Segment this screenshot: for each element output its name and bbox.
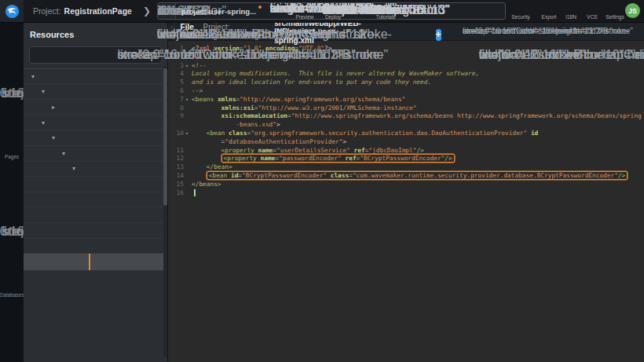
topbar-action-label: Tutorials xyxy=(376,14,396,20)
tree-item-file[interactable]: ox="0 0 16 16" width="11" height="11" fi… xyxy=(24,177,167,192)
line-content: </beans> xyxy=(190,181,221,189)
topbar-action-label: Export xyxy=(542,14,557,20)
sidebar-item-pages[interactable]: ox="0 0 16 16" width="13" height="13" fi… xyxy=(0,33,24,161)
folder-icon: ox="0 0 16 16" width="11" height="11" fi… xyxy=(48,85,167,101)
fold-spacer xyxy=(184,163,190,172)
fold-spacer xyxy=(184,121,190,130)
caret-down-icon[interactable]: ▾ xyxy=(38,88,48,95)
folder-icon: ox="0 0 16 16" width="11" height="11" fi… xyxy=(68,146,167,162)
main-area: ox="0 0 16 16" width="13" height="13" fi… xyxy=(0,23,644,362)
caret-down-icon[interactable]: ▾ xyxy=(28,73,38,80)
line-number xyxy=(168,138,184,147)
line-number: 15 xyxy=(168,181,184,189)
sidebar-item-label: Databases xyxy=(0,292,24,298)
resources-scrollbar[interactable] xyxy=(163,67,167,357)
tree-item-folder[interactable]: ▾ox="0 0 16 16" width="11" height="11" f… xyxy=(24,69,167,85)
user-avatar[interactable]: JS xyxy=(625,3,640,18)
tree-item-folder[interactable]: ▾ox="0 0 16 16" width="11" height="11" f… xyxy=(24,115,167,131)
code-line[interactable]: 14 <bean id="BCryptPasswordEncoder" clas… xyxy=(168,172,644,181)
project-prefix: Project: xyxy=(33,6,61,16)
folder-icon: ox="0 0 16 16" width="11" height="11" fi… xyxy=(79,162,167,177)
fold-spacer xyxy=(184,155,190,163)
tree-item-folder[interactable]: ▾ox="0 0 16 16" width="11" height="11" f… xyxy=(24,146,167,162)
topbar-action-label: Preview xyxy=(295,14,313,20)
tree-item-file[interactable]: ox="0 0 16 16" width="11" height="11" fi… xyxy=(24,192,167,208)
project-label: Project:RegistrationPage xyxy=(33,6,132,16)
tree-item-file[interactable]: ox="0 0 16 16" width="11" height="11" fi… xyxy=(24,254,167,271)
line-number: 11 xyxy=(168,147,184,155)
sidebar-item-web-services[interactable]: ox="0 0 16 16" width="13" height="13" fi… xyxy=(0,309,24,362)
tree-item-file[interactable]: ox="0 0 16 16" width="11" height="11" fi… xyxy=(24,223,167,239)
folder-icon: ox="0 0 16 16" width="11" height="11" fi… xyxy=(58,130,167,146)
tree-item-folder[interactable]: ▾ox="0 0 16 16" width="11" height="11" f… xyxy=(24,162,167,177)
code-line[interactable]: 16 xyxy=(168,189,644,198)
fold-marker-icon[interactable]: ▾ xyxy=(184,130,190,138)
line-number: 12 xyxy=(168,155,184,163)
file-icon: ox="0 0 16 16" width="11" height="11" fi… xyxy=(89,239,167,254)
file-icon: ox="0 0 16 16" width="11" height="11" fi… xyxy=(89,177,167,192)
selected-file-highlight: ox="0 0 16 16" width="11" height="11" fi… xyxy=(89,254,167,271)
wavemaker-logo[interactable] xyxy=(0,0,24,22)
tree-item-file[interactable]: ox="0 0 16 16" width="11" height="11" fi… xyxy=(24,207,167,223)
fold-spacer xyxy=(184,181,190,189)
left-sidebar: ox="0 0 16 16" width="13" height="13" fi… xyxy=(0,23,24,362)
topbar-action-label: Security xyxy=(511,14,529,20)
gear-icon: ox="0 0 16 16" width="13" height="13" fi… xyxy=(434,0,644,13)
caret-right-icon[interactable]: ▸ xyxy=(49,104,58,111)
file-icon: ox="0 0 16 16" width="11" height="11" fi… xyxy=(89,223,167,239)
code-line[interactable]: ="databaseAuthenticationProvider"> xyxy=(168,138,644,147)
file-icon: ox="0 0 16 16" width="11" height="11" fi… xyxy=(93,254,167,271)
caret-down-icon[interactable]: ▾ xyxy=(38,119,48,126)
caret-down-icon[interactable]: ▾ xyxy=(49,134,58,141)
code-line[interactable]: 10▾ <bean class="org.springframework.sec… xyxy=(168,130,644,138)
fold-spacer xyxy=(184,189,190,198)
topbar: Project:RegistrationPage ❯ ox="0 0 16 16… xyxy=(0,0,644,23)
resources-panel: Resources ox="0 0 16 16" width="12" heig… xyxy=(24,23,168,362)
topbar-action-label: Settings xyxy=(606,14,624,20)
project-name: RegistrationPage xyxy=(64,6,132,16)
code-highlight-box: <bean id="BCryptPasswordEncoder" class="… xyxy=(207,171,628,180)
line-number xyxy=(168,121,184,130)
file-icon: ox="0 0 16 16" width="11" height="11" fi… xyxy=(89,207,167,223)
file-icon: ox="0 0 16 16" width="11" height="11" fi… xyxy=(89,192,167,208)
line-content: <bean class="org.springframework.securit… xyxy=(190,130,538,138)
resources-search-input[interactable] xyxy=(390,51,396,60)
fold-spacer xyxy=(184,138,190,147)
caret-down-icon[interactable]: ▾ xyxy=(59,150,68,157)
line-content: <bean id="BCryptPasswordEncoder" class="… xyxy=(190,172,628,181)
sidebar-item-label: Pages xyxy=(5,154,19,159)
folder-icon: ox="0 0 16 16" width="11" height="11" fi… xyxy=(58,100,167,115)
caret-down-icon[interactable]: ▾ xyxy=(69,165,79,172)
folder-icon: ox="0 0 16 16" width="11" height="11" fi… xyxy=(48,115,167,131)
line-content: -beans.xsd"> xyxy=(190,121,280,130)
line-number: 13 xyxy=(168,163,184,172)
tree-item-file[interactable]: ox="0 0 16 16" width="11" height="11" fi… xyxy=(24,239,167,254)
topbar-action-label: I18N xyxy=(565,14,576,20)
fold-spacer xyxy=(184,147,190,155)
sidebar-item-databases[interactable]: ox="0 0 16 16" width="13" height="13" fi… xyxy=(0,171,24,299)
line-content: ="databaseAuthenticationProvider"> xyxy=(190,138,346,147)
line-content: <property name="passwordEncoder" ref="BC… xyxy=(190,155,455,163)
line-number: 10 xyxy=(168,130,184,138)
tree-item-folder[interactable]: ▾ox="0 0 16 16" width="11" height="11" f… xyxy=(24,130,167,146)
text-cursor xyxy=(194,189,196,196)
wavemaker-logo-icon xyxy=(5,4,20,19)
line-content xyxy=(190,189,196,198)
code-line[interactable]: 15</beans> xyxy=(168,181,644,189)
line-number: 16 xyxy=(168,189,184,198)
fold-spacer xyxy=(184,172,190,181)
code-line[interactable]: 12 <property name="passwordEncoder" ref=… xyxy=(168,155,644,163)
topbar-action-label: VCS xyxy=(587,14,597,20)
scrollbar-thumb[interactable] xyxy=(163,68,167,206)
resources-search: ox="0 0 16 16" width="11" height="11" fi… xyxy=(29,46,162,64)
code-line[interactable]: -beans.xsd"> xyxy=(168,121,644,130)
line-number: 14 xyxy=(168,172,184,181)
code-highlight-box: <property name="passwordEncoder" ref="BC… xyxy=(221,154,455,163)
folder-icon: ox="0 0 16 16" width="11" height="11" fi… xyxy=(38,69,167,85)
